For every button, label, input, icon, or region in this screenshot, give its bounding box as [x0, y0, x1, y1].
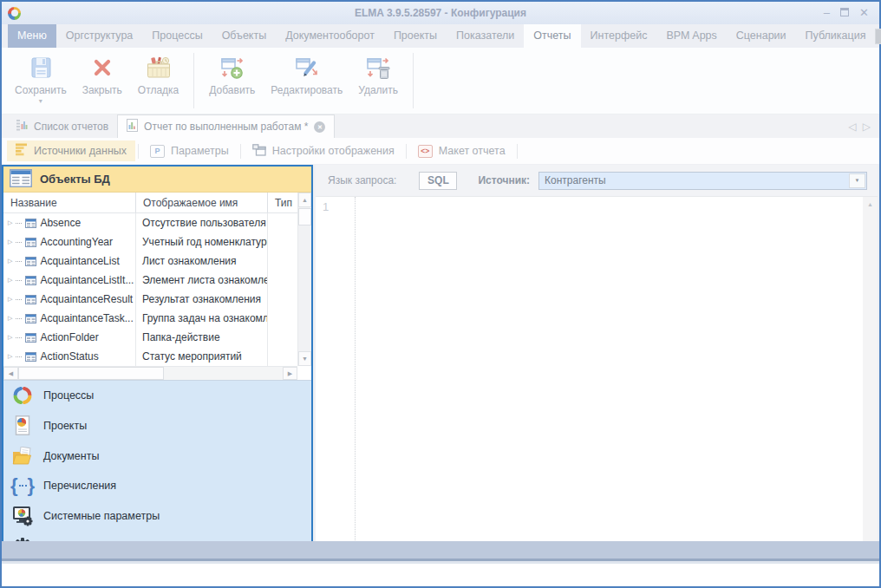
- tab-report-editor[interactable]: Отчет по выполненным работам * ✕: [117, 114, 335, 138]
- expand-icon[interactable]: ▷: [8, 296, 12, 303]
- max-toggle[interactable]: MAX: [875, 29, 881, 44]
- table-row[interactable]: ▷AcquaintanceListIt... Элемент листа озн…: [3, 271, 297, 290]
- sql-button[interactable]: SQL: [419, 172, 457, 190]
- table-row[interactable]: ▷Absence Отсутствие пользователя: [3, 213, 297, 232]
- table-row[interactable]: ▷ActionStatus Статус мероприятий: [3, 347, 297, 366]
- datasources-icon: [16, 143, 28, 159]
- view-item-report-layout[interactable]: <> Макет отчета: [409, 140, 514, 161]
- edit-button[interactable]: Редактировать: [263, 48, 350, 114]
- editor-vertical-scrollbar[interactable]: ▲ ▼: [863, 197, 878, 549]
- scroll-right-icon[interactable]: ▶: [283, 367, 297, 380]
- save-button[interactable]: Сохранить ▾: [7, 48, 75, 114]
- ribbon-tab-interface[interactable]: Интерфейс: [581, 24, 657, 48]
- maximize-button[interactable]: [840, 7, 849, 19]
- ribbon-tab-publication[interactable]: Публикация: [796, 24, 876, 48]
- toolbar-separator: [413, 53, 414, 108]
- entity-display-name: Статус мероприятий: [135, 347, 267, 366]
- tab-nav-right-icon[interactable]: ▷: [863, 121, 871, 133]
- scrollbar-thumb[interactable]: [298, 208, 311, 225]
- expand-icon[interactable]: ▷: [8, 258, 12, 265]
- ribbon-tab-scripts[interactable]: Сценарии: [727, 24, 796, 48]
- combo-dropdown-button[interactable]: ▼: [849, 173, 865, 188]
- ribbon-tab-bpm-apps[interactable]: BPM Apps: [656, 24, 726, 48]
- tab-close-icon[interactable]: ✕: [314, 121, 325, 133]
- entity-icon: [25, 333, 36, 343]
- entity-display-name: Группа задач на ознакомле...: [135, 309, 267, 328]
- column-header-display-name[interactable]: Отображаемое имя: [135, 193, 267, 212]
- ribbon-tab-indicators[interactable]: Показатели: [447, 24, 524, 48]
- scroll-down-icon[interactable]: ▼: [298, 351, 311, 366]
- add-button[interactable]: Добавить: [201, 48, 263, 114]
- view-item-datasources[interactable]: Источники данных: [7, 140, 135, 161]
- scroll-up-icon[interactable]: ▲: [298, 193, 311, 207]
- table-horizontal-scrollbar[interactable]: ◀ ▶: [3, 366, 297, 380]
- section-projects[interactable]: Проекты: [3, 411, 311, 441]
- ribbon-tab-org-structure[interactable]: Оргструктура: [56, 24, 142, 48]
- column-header-type[interactable]: Тип: [267, 193, 297, 212]
- delete-button[interactable]: Удалить: [350, 48, 406, 114]
- table-row[interactable]: ▷AcquaintanceTask... Группа задач на озн…: [3, 309, 297, 328]
- column-header-name[interactable]: Название: [3, 193, 135, 212]
- ribbon-tab-document-flow[interactable]: Документооборот: [276, 24, 384, 48]
- scrollbar-thumb[interactable]: [18, 367, 164, 380]
- section-enumerations[interactable]: { } Перечисления: [3, 471, 311, 501]
- ribbon-tab-reports[interactable]: Отчеты: [524, 24, 580, 48]
- entity-type: [267, 347, 297, 366]
- entity-display-name: Учетный год номенклатуры: [135, 232, 267, 252]
- entity-name: ActionStatus: [40, 350, 98, 363]
- edit-label: Редактировать: [271, 84, 343, 96]
- debug-button[interactable]: Отладка: [130, 48, 186, 114]
- ribbon-tabbar: Меню Оргструктура Процессы Объекты Докум…: [2, 24, 879, 48]
- query-toolbar: Язык запроса: SQL Источник: Контрагенты …: [316, 165, 878, 197]
- delete-label: Удалить: [358, 84, 398, 96]
- section-system-parameters[interactable]: Системные параметры: [3, 501, 311, 532]
- line-number-gutter: 1: [316, 197, 356, 549]
- tab-nav: ◁ ▷: [849, 114, 879, 138]
- expand-icon[interactable]: ▷: [8, 238, 12, 245]
- db-objects-table: Название Отображаемое имя Тип ▷Absence О…: [3, 193, 311, 380]
- table-row[interactable]: ▷AcquaintanceList Лист ознакомления: [3, 252, 297, 271]
- table-row[interactable]: ▷AcquaintanceResult Результат ознакомлен…: [3, 290, 297, 309]
- processes-icon: [11, 385, 34, 406]
- ribbon-tab-projects[interactable]: Проекты: [384, 24, 447, 48]
- source-combobox[interactable]: Контрагенты ▼: [538, 172, 867, 190]
- expand-icon[interactable]: ▷: [8, 277, 12, 284]
- section-documents-label: Документы: [43, 450, 99, 462]
- expand-icon[interactable]: ▷: [8, 334, 12, 341]
- table-row[interactable]: ▷AccountingYear Учетный год номенклатуры: [3, 232, 297, 252]
- view-item-datasources-label: Источники данных: [34, 145, 127, 157]
- table-row[interactable]: ▷ActionFolder Папка-действие: [3, 328, 297, 347]
- code-area[interactable]: [356, 197, 863, 549]
- elma-logo-icon: [8, 7, 21, 20]
- table-vertical-scrollbar[interactable]: ▲ ▼: [297, 193, 311, 366]
- ribbon-tab-objects[interactable]: Объекты: [212, 24, 277, 48]
- tab-nav-left-icon[interactable]: ◁: [849, 121, 857, 133]
- expand-icon[interactable]: ▷: [8, 219, 12, 226]
- view-item-parameters[interactable]: P Параметры: [141, 140, 238, 161]
- table-body: ▷Absence Отсутствие пользователя ▷Accoun…: [3, 213, 311, 366]
- close-button[interactable]: Закрыть: [75, 48, 130, 114]
- db-objects-header[interactable]: Объекты БД: [3, 167, 311, 193]
- view-toolbar-separator: [517, 144, 518, 159]
- source-label: Источник:: [478, 174, 530, 186]
- section-documents[interactable]: Документы: [3, 441, 311, 471]
- entity-icon: [25, 219, 36, 228]
- save-dropdown-caret-icon[interactable]: ▾: [39, 97, 42, 105]
- query-editor-panel: Язык запроса: SQL Источник: Контрагенты …: [316, 165, 878, 563]
- ribbon-tab-menu[interactable]: Меню: [8, 24, 56, 48]
- tab-report-list[interactable]: Список отчетов: [7, 114, 117, 138]
- scroll-up-icon[interactable]: ▲: [863, 197, 878, 211]
- view-item-display-settings[interactable]: Настройки отображения: [244, 140, 403, 161]
- sections-accordion: Процессы Проекты: [3, 380, 311, 561]
- entity-display-name: Папка-действие: [135, 328, 267, 347]
- minimize-button[interactable]: –: [824, 7, 830, 19]
- scroll-left-icon[interactable]: ◀: [3, 367, 18, 380]
- ribbon-tab-processes[interactable]: Процессы: [142, 24, 212, 48]
- window-close-button[interactable]: ✕: [859, 7, 869, 19]
- expand-icon[interactable]: ▷: [8, 315, 12, 322]
- view-item-report-layout-label: Макет отчета: [439, 145, 506, 157]
- expand-icon[interactable]: ▷: [8, 353, 12, 360]
- section-processes[interactable]: Процессы: [3, 381, 311, 411]
- section-processes-label: Процессы: [43, 389, 94, 402]
- sql-editor[interactable]: 1 ▲ ▼ ◀ ▶: [316, 197, 878, 563]
